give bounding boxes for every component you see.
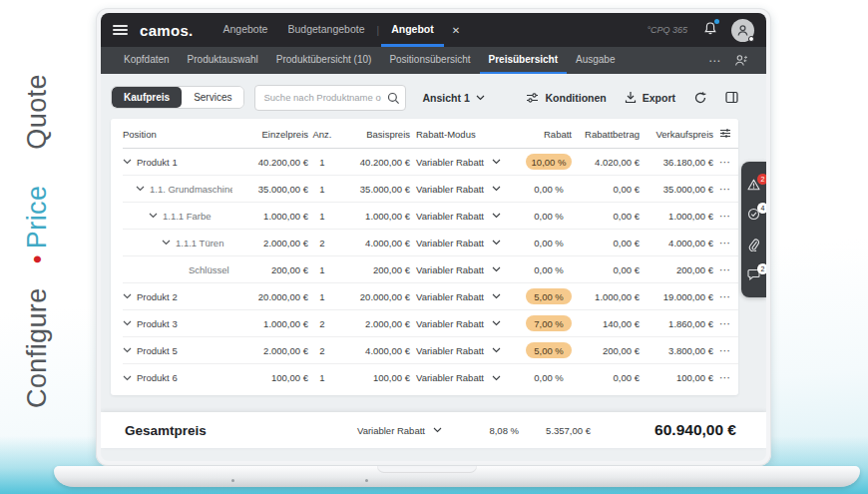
table-row[interactable]: Produkt 2 20.000,00 € 1 20.000,00 € Vari… — [123, 283, 738, 310]
services-button[interactable]: Services — [182, 87, 243, 108]
expand-chevron-icon[interactable] — [123, 347, 132, 353]
konditionen-button[interactable]: Konditionen — [526, 92, 606, 104]
col-rabatt-modus[interactable]: Rabatt-Modus — [410, 129, 516, 140]
row-actions-icon[interactable]: ⋯ — [713, 237, 737, 249]
total-rabatt-value: 8,08 % — [463, 425, 519, 436]
nav-kopfdaten[interactable]: Kopfdaten — [115, 47, 179, 74]
verkaufspreis-value: 35.000,00 € — [640, 184, 713, 195]
nav-preisuebersicht[interactable]: Preisübersicht — [480, 47, 567, 74]
rabatt-modus-dropdown[interactable]: Variabler Rabatt — [410, 157, 516, 168]
nav-produktauswahl[interactable]: Produktauswahl — [179, 47, 267, 74]
row-actions-icon[interactable]: ⋯ — [713, 290, 737, 303]
table-row[interactable]: Produkt 6 100,00 € 1 100,00 € Variabler … — [123, 364, 738, 391]
row-actions-icon[interactable]: ⋯ — [713, 156, 737, 169]
expand-chevron-icon[interactable] — [123, 320, 132, 326]
row-actions-icon[interactable]: ⋯ — [713, 183, 737, 196]
col-verkaufspreis[interactable]: Verkaufspreis — [640, 129, 713, 140]
warnings-button[interactable]: 2 — [747, 179, 760, 191]
comments-button[interactable]: 2 — [747, 268, 760, 280]
tab-angebote[interactable]: Angebote — [214, 13, 278, 47]
expand-chevron-icon[interactable] — [136, 186, 145, 192]
anzahl-value: 1 — [308, 264, 336, 275]
chevron-down-icon — [492, 240, 501, 246]
table-row[interactable]: Schlüssel 200,00 € 1 200,00 € Variabler … — [123, 256, 738, 283]
chevron-down-icon — [492, 186, 501, 192]
rabatt-modus-dropdown[interactable]: Variabler Rabatt — [410, 345, 516, 356]
nav-overflow-icon[interactable]: ⋯ — [698, 47, 730, 74]
expand-chevron-icon[interactable] — [123, 159, 132, 165]
search-input[interactable] — [254, 85, 406, 111]
position-label: Produkt 1 — [137, 157, 178, 168]
table-row[interactable]: 1.1.1 Farbe 1.000,00 € 1 1.000,00 € Vari… — [123, 203, 738, 230]
position-label: 1.1.1 Farbe — [163, 211, 212, 222]
table-row[interactable]: Produkt 5 2.000,00 € 2 4.000,00 € Variab… — [123, 337, 738, 364]
expand-chevron-icon[interactable] — [162, 240, 171, 246]
app-window: camos. Angebote Budgetangebote | Angebot… — [101, 13, 766, 461]
table-row[interactable]: 1.1. Grundmaschine 35.000,00 € 1 35.000,… — [123, 176, 738, 203]
rabatt-modus-value: Variabler Rabatt — [416, 372, 484, 383]
anzahl-value: 1 — [308, 157, 336, 168]
side-panel-toggle-icon[interactable] — [725, 91, 738, 104]
col-einzelpreis[interactable]: Einzelpreis — [232, 129, 308, 140]
toolbar: Kaufpreis Services Ansicht 1 — [111, 84, 738, 111]
rabattbetrag-value: 0,00 € — [572, 264, 640, 275]
tab-budgetangebote[interactable]: Budgetangebote — [277, 13, 374, 47]
table-row[interactable]: 1.1.1 Türen 2.000,00 € 2 4.000,00 € Vari… — [123, 230, 738, 256]
row-actions-icon[interactable]: ⋯ — [713, 263, 737, 276]
row-actions-icon[interactable]: ⋯ — [713, 317, 737, 330]
kaufpreis-button[interactable]: Kaufpreis — [112, 87, 182, 108]
col-basispreis[interactable]: Basispreis — [336, 129, 410, 140]
position-cell: Produkt 6 — [123, 372, 232, 383]
presence-dot — [748, 36, 754, 42]
collaboration-icon[interactable] — [730, 47, 752, 74]
rabatt-modus-dropdown[interactable]: Variabler Rabatt — [410, 238, 516, 248]
row-actions-icon[interactable]: ⋯ — [713, 371, 737, 384]
nav-produktuebersicht[interactable]: Produktübersicht (10) — [267, 47, 381, 74]
nav-positionsuebersicht[interactable]: Positionsübersicht — [380, 47, 479, 74]
close-tab-icon[interactable]: ✕ — [452, 25, 460, 36]
rabatt-modus-dropdown[interactable]: Variabler Rabatt — [410, 264, 516, 275]
expand-chevron-icon[interactable] — [123, 375, 132, 381]
position-cell: Produkt 2 — [123, 291, 232, 302]
export-button[interactable]: Export — [625, 91, 675, 104]
nav-ausgabe[interactable]: Ausgabe — [567, 47, 624, 74]
column-settings-icon[interactable] — [713, 128, 737, 141]
total-rabatt-modus-dropdown[interactable]: Variabler Rabatt — [357, 425, 463, 436]
table-row[interactable]: Produkt 3 1.000,00 € 2 2.000,00 € Variab… — [123, 310, 738, 337]
col-rabatt[interactable]: Rabatt — [516, 129, 572, 140]
attachments-button[interactable] — [748, 239, 759, 251]
col-position[interactable]: Position — [123, 129, 232, 140]
rabatt-modus-dropdown[interactable]: Variabler Rabatt — [410, 291, 516, 302]
col-anz[interactable]: Anz. — [308, 129, 336, 140]
einzelpreis-value: 40.200,00 € — [232, 157, 308, 168]
rabatt-modus-dropdown[interactable]: Variabler Rabatt — [410, 318, 516, 329]
rabatt-value: 5,00 % — [526, 342, 572, 358]
rabatt-cell: 10,00 % — [516, 154, 572, 170]
verkaufspreis-value: 36.180,00 € — [640, 157, 713, 168]
einzelpreis-value: 100,00 € — [232, 372, 308, 383]
anzahl-value: 1 — [308, 372, 336, 383]
gesamtpreis-label: Gesamtpreis — [125, 423, 357, 438]
position-cell: 1.1. Grundmaschine — [123, 184, 232, 195]
hamburger-menu-icon[interactable] — [113, 22, 128, 37]
notifications-bell-icon[interactable] — [703, 21, 717, 40]
user-avatar[interactable] — [731, 19, 754, 42]
rabatt-modus-dropdown[interactable]: Variabler Rabatt — [410, 184, 516, 195]
row-actions-icon[interactable]: ⋯ — [713, 344, 737, 357]
person-icon — [736, 24, 749, 37]
view-dropdown[interactable]: Ansicht 1 — [422, 92, 484, 104]
approvals-button[interactable]: 4 — [747, 208, 760, 221]
total-rabattbetrag-value: 5.357,00 € — [519, 425, 591, 436]
rabatt-modus-dropdown[interactable]: Variabler Rabatt — [410, 372, 516, 383]
rabatt-modus-dropdown[interactable]: Variabler Rabatt — [410, 211, 516, 222]
expand-chevron-icon[interactable] — [123, 293, 132, 299]
col-rabattbetrag[interactable]: Rabattbetrag — [572, 129, 640, 140]
expand-chevron-icon[interactable] — [149, 213, 158, 219]
table-row[interactable]: Produkt 1 40.200,00 € 1 40.200,00 € Vari… — [123, 149, 738, 176]
row-actions-icon[interactable]: ⋯ — [713, 210, 737, 223]
refresh-icon[interactable] — [693, 91, 707, 105]
cpq365-product-label: °CPQ 365 — [647, 25, 687, 35]
total-rabatt-modus-value: Variabler Rabatt — [357, 425, 425, 436]
tab-angebot[interactable]: Angebot — [381, 13, 444, 47]
rabatt-cell: 0,00 % — [516, 235, 572, 250]
